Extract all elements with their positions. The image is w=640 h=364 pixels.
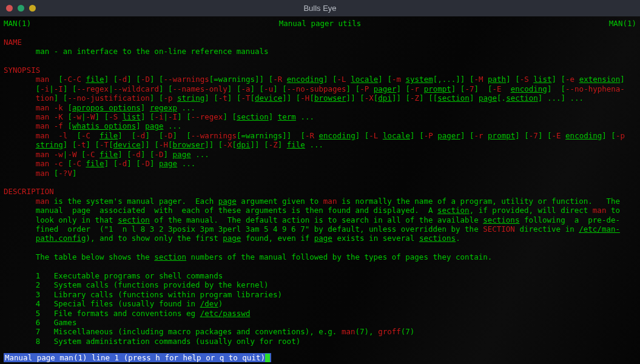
man-header: MAN(1) Manual pager utils MAN(1) (4, 19, 636, 28)
description-heading: DESCRIPTION (4, 187, 54, 196)
synopsis-heading: SYNOPSIS (4, 66, 40, 75)
window-title: Bulls Eye (0, 4, 640, 13)
man-body: NAME man - an interface to the on-line r… (4, 28, 636, 346)
titlebar: Bulls Eye (0, 0, 640, 16)
name-heading: NAME (4, 38, 22, 47)
pager-status: Manual page man(1) line 1 (press h for h… (4, 353, 271, 363)
name-body: man - an interface to the on-line refere… (36, 47, 269, 56)
header-center: Manual pager utils (0, 19, 640, 28)
terminal[interactable]: MAN(1) Manual pager utils MAN(1) NAME ma… (0, 16, 640, 364)
cursor-icon (265, 354, 270, 362)
